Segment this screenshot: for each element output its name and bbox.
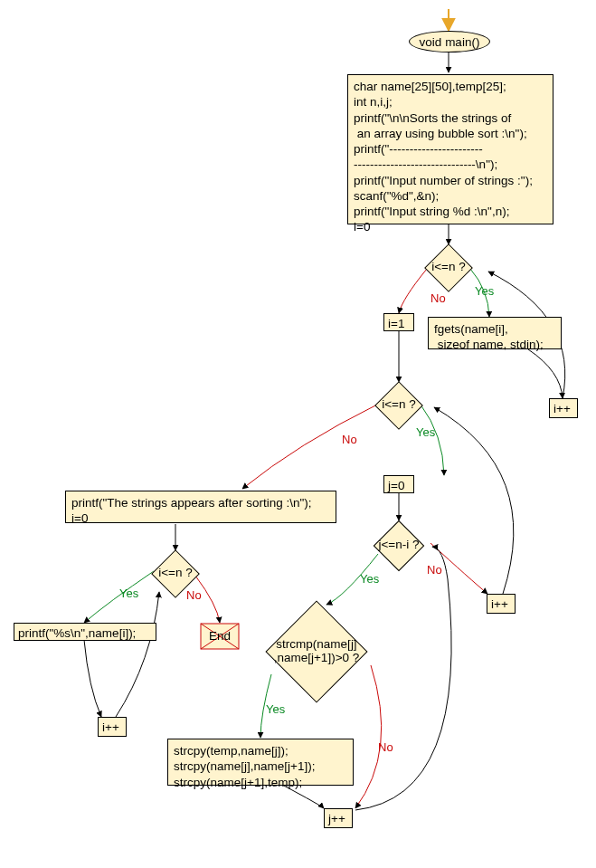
decision-j-le-n-i: j<=n-i ? bbox=[363, 520, 435, 569]
edge-no-1: No bbox=[430, 291, 446, 305]
edge-no-2: No bbox=[342, 433, 357, 446]
fgets-text: fgets(name[i], sizeof name, stdin); bbox=[429, 318, 561, 357]
cond2-text: i<=n ? bbox=[366, 397, 431, 411]
inc-i-1: i++ bbox=[549, 398, 578, 418]
cond4-text: strcmp(name[j] ,name[j+1])>0 ? bbox=[235, 637, 398, 664]
edge-yes-3: Yes bbox=[360, 572, 379, 586]
setj0-text: j=0 bbox=[384, 476, 413, 495]
cond5-text: i<=n ? bbox=[143, 566, 208, 579]
edge-no-4: No bbox=[378, 740, 393, 754]
print-name-block: printf("%s\n",name[i]); bbox=[14, 623, 156, 641]
inc-i-2: i++ bbox=[487, 594, 516, 614]
edge-no-3: No bbox=[427, 563, 442, 577]
printname-text: printf("%s\n",name[i]); bbox=[14, 624, 156, 643]
init-text: char name[25][50],temp[25]; int n,i,j; p… bbox=[348, 75, 553, 239]
incj-text: j++ bbox=[325, 809, 352, 828]
edge-no-5: No bbox=[186, 588, 202, 602]
inc1-text: i++ bbox=[550, 399, 577, 418]
inc-i-3: i++ bbox=[98, 717, 127, 737]
start-node: void main() bbox=[409, 31, 490, 52]
decision-strcmp: strcmp(name[j] ,name[j+1])>0 ? bbox=[235, 597, 398, 706]
edge-yes-5: Yes bbox=[119, 587, 138, 600]
init-block: char name[25][50],temp[25]; int n,i,j; p… bbox=[347, 74, 553, 224]
fgets-block: fgets(name[i], sizeof name, stdin); bbox=[428, 317, 562, 349]
edge-yes-1: Yes bbox=[475, 284, 494, 298]
seti1-text: i=1 bbox=[384, 314, 413, 333]
print-header-block: printf("The strings appears after sortin… bbox=[65, 491, 336, 523]
set-j-0: j=0 bbox=[383, 475, 414, 493]
cond3-text: j<=n-i ? bbox=[363, 538, 435, 551]
swap-block: strcpy(temp,name[j]); strcpy(name[j],nam… bbox=[167, 739, 354, 786]
printhdr-text: printf("The strings appears after sortin… bbox=[66, 491, 336, 530]
edge-yes-4: Yes bbox=[266, 702, 285, 716]
cond1-text: i<=n ? bbox=[416, 260, 481, 273]
start-label: void main() bbox=[420, 35, 480, 49]
decision-i-le-n-1: i<=n ? bbox=[416, 243, 481, 291]
set-i-1: i=1 bbox=[383, 313, 414, 331]
inc-j: j++ bbox=[324, 808, 353, 828]
edge-yes-2: Yes bbox=[416, 425, 435, 439]
inc2-text: i++ bbox=[487, 595, 515, 614]
swap-text: strcpy(temp,name[j]); strcpy(name[j],nam… bbox=[168, 739, 353, 794]
inc3-text: i++ bbox=[99, 718, 126, 737]
end-text: End bbox=[200, 629, 240, 643]
decision-i-le-n-2: i<=n ? bbox=[366, 380, 431, 429]
